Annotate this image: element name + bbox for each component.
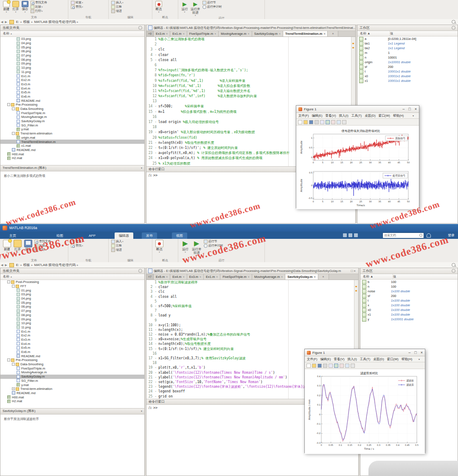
file-tree-item[interactable]: Ex6.m (0, 350, 144, 354)
close-icon[interactable]: × (183, 31, 185, 36)
editor-tab[interactable]: Ex3.m× (154, 31, 170, 36)
file-tree-item[interactable]: H00.mat (0, 152, 144, 156)
file-tree-item[interactable]: README.md (0, 391, 144, 395)
ribbon-button-insert[interactable]: 插入▾ (111, 0, 124, 5)
panel-menu-icon[interactable] (452, 26, 455, 30)
ribbon-button-run-and-time[interactable]: 运行并计时 (204, 244, 223, 248)
figure-menu-item[interactable]: 桌面(D) (373, 357, 384, 361)
file-tree-item[interactable]: TrendTermElimination.m (0, 140, 144, 144)
chevron-down-icon[interactable]: ▾ (141, 165, 142, 171)
ribbon-tab-主页[interactable]: 主页 (5, 232, 20, 239)
ribbon-button-run[interactable]: ▶运行▾ (181, 1, 188, 13)
ribbon-button-run-and-advance[interactable]: ▶运行并 前进▾ (192, 240, 202, 256)
ribbon-button-go-to[interactable]: 转至▾ (71, 239, 83, 244)
file-tree-item[interactable]: Ex1.m (0, 74, 144, 78)
editor-title-bar[interactable]: 编辑器 - E:\剪贴板\MATLAB 振动信号处理代码\Vibration-S… (146, 25, 355, 31)
maximize-icon[interactable]: □ (408, 107, 410, 111)
back-icon[interactable]: ◀ (1, 19, 3, 25)
file-tree-item[interactable]: y.mat (0, 383, 144, 387)
ribbon-button-open-file[interactable]: 打开▾ (14, 240, 22, 253)
figure-tool-icon[interactable] (318, 364, 322, 368)
editor-tab[interactable]: Ex3.m× (187, 274, 204, 280)
file-tree-item[interactable]: Ex2.m (0, 78, 144, 82)
file-tree-item[interactable]: 03.png (0, 37, 144, 41)
file-tree-item[interactable]: SG_Filter.m (0, 379, 144, 383)
file-tree-item[interactable]: -Post-Processing (0, 280, 144, 284)
figure-tool-icon[interactable] (298, 120, 302, 124)
breadcrumb-segment[interactable]: MATLAB 振动信号处理代码 (34, 19, 76, 25)
workspace-row[interactable]: bk11x1 Legend (357, 41, 458, 46)
figure-tool-icon[interactable] (323, 364, 327, 368)
close-icon[interactable]: × (214, 31, 216, 36)
ribbon-button-run[interactable]: ▶运行▾ (181, 240, 189, 253)
figure-window-controls[interactable]: –□× (408, 350, 423, 355)
close-icon[interactable]: × (216, 274, 218, 280)
ribbon-button-comment[interactable]: 注释 (111, 5, 124, 9)
file-tree-item[interactable]: H2.mat (0, 399, 144, 403)
figure-title-bar[interactable]: Figure 1–□× (305, 349, 425, 356)
ribbon-button-indent[interactable]: 缩进 (111, 248, 124, 252)
file-tree-item[interactable]: Ex5.m (0, 90, 144, 95)
close-icon[interactable]: × (199, 274, 201, 280)
file-tree-item[interactable]: 10.png (0, 66, 144, 70)
workspace-row[interactable]: noise1x100 double (360, 289, 458, 294)
workspace-row[interactable]: m1 (357, 50, 458, 55)
file-tree-item[interactable]: FiveSpotTriple.m (0, 366, 144, 370)
collapse-icon[interactable]: - (7, 103, 10, 106)
figure-tool-icon[interactable] (329, 364, 333, 368)
close-icon[interactable]: × (279, 31, 281, 36)
ribbon-button-compare[interactable]: 比较▾ (31, 5, 47, 9)
figure-window-controls[interactable]: –□× (402, 107, 417, 111)
ribbon-button-print[interactable]: 打印▾ (31, 9, 47, 13)
file-tree-item[interactable]: 09.png (0, 317, 144, 321)
figure-menu-item[interactable]: 工具(T) (351, 114, 362, 118)
figure-menu-item[interactable]: 文件(F) (298, 114, 309, 118)
close-icon[interactable]: × (281, 274, 283, 280)
workspace-row[interactable]: n100 (360, 284, 458, 289)
file-tree-item[interactable]: x1.mat (0, 144, 144, 148)
close-icon[interactable]: × (421, 350, 423, 355)
minimize-icon[interactable]: – (402, 107, 405, 111)
close-icon[interactable]: × (415, 107, 417, 111)
forward-icon[interactable]: ▶ (5, 262, 7, 268)
search-icon[interactable] (419, 234, 422, 237)
file-tree-item[interactable]: 08.png (0, 57, 144, 62)
panel-menu-icon[interactable] (138, 26, 142, 30)
figure-menu-item[interactable]: 查看(V) (326, 114, 336, 118)
ribbon-button-save-file[interactable]: 保存▾ (24, 240, 32, 253)
workspace-row[interactable]: x010001x1 double (357, 74, 458, 78)
figure-tool-icon[interactable] (342, 120, 346, 124)
signin-link[interactable]: 登录 (448, 233, 455, 238)
file-detail-bar[interactable]: TrendTermElimination.m (脚本) ▾ (0, 165, 144, 171)
search-icon[interactable] (452, 20, 455, 24)
file-detail-bar[interactable]: SavitzkyGolay.m (脚本) ▾ (0, 408, 144, 414)
doc-search-area[interactable] (382, 232, 433, 238)
breadcrumb-segment[interactable]: 模板 (23, 19, 30, 25)
ribbon-button-new-file[interactable]: 新建▾ (3, 1, 10, 13)
file-tree-item[interactable]: 05.png (0, 45, 144, 49)
close-icon[interactable]: × (248, 31, 250, 36)
ribbon-button-insert[interactable]: 插入▾ (111, 239, 124, 244)
file-tree-item[interactable]: README.md (0, 148, 144, 152)
quick-access-toolbar[interactable] (343, 232, 360, 238)
file-tree-item[interactable]: H2.mat (0, 156, 144, 160)
editor-tab[interactable]: Ex5.m× (154, 274, 170, 280)
collapse-icon[interactable]: - (12, 132, 15, 135)
file-tree-item[interactable]: README.md (0, 98, 144, 103)
ribbon-button-run-section[interactable]: 运行节 (202, 0, 222, 5)
figure-window-bottom[interactable]: Figure 1–□×文件(F)编辑(E)查看(V)插入(I)工具(T)桌面(D… (304, 349, 425, 453)
workspace-row[interactable]: x110001x1 double (357, 78, 458, 83)
figure-menu-item[interactable]: 工具(T) (360, 357, 371, 361)
workspace-row[interactable]: bk21x1 Legend (357, 46, 458, 50)
file-tree-item[interactable]: SavitzkyGolay.m (0, 119, 144, 123)
file-tree-item[interactable]: Ex3.m (0, 82, 144, 87)
editor-tab[interactable]: Ex1.m× (204, 274, 220, 280)
figure-tool-icon[interactable] (306, 364, 311, 368)
editor-tab[interactable]: Ex4.m× (170, 274, 187, 280)
editor-tab[interactable]: Ex1.m× (170, 31, 187, 36)
figure-tool-icon[interactable] (331, 120, 335, 124)
file-tree-item[interactable]: Ex3.m (0, 338, 144, 342)
app-title-bar[interactable]: MATLAB R2016a (0, 224, 458, 232)
collapse-icon[interactable]: - (12, 107, 15, 110)
close-icon[interactable]: × (323, 31, 325, 36)
